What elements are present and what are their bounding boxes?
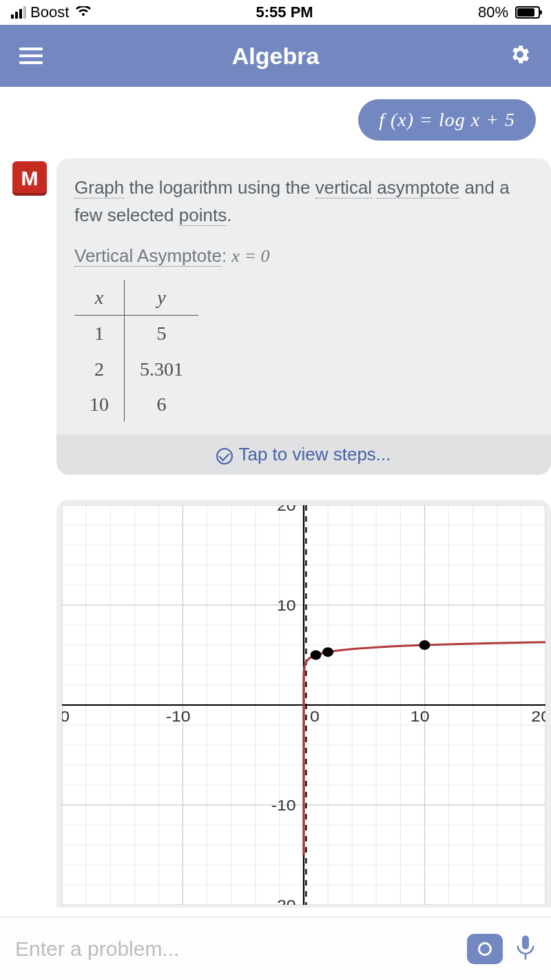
table-header-x: x [74,280,125,316]
app-logo-icon: M [12,161,47,196]
battery-percent: 80% [478,3,508,21]
check-circle-icon [216,448,233,465]
carrier-label: Boost [30,3,69,21]
signal-bars-icon [11,6,26,19]
view-steps-button[interactable]: Tap to view steps... [56,434,551,475]
page-title: Algebra [232,43,320,70]
svg-text:-20: -20 [62,708,70,725]
app-header: Algebra [0,25,551,87]
svg-text:20: 20 [277,505,296,514]
svg-text:20: 20 [531,708,545,725]
vertical-asymptote-line: Vertical Asymptote: x = 0 [74,242,533,270]
chart-card: -20-1001020-20-101020 [56,500,551,908]
answer-card: Graph the logarithm using the vertical a… [56,159,551,434]
link-vertical[interactable]: vertical [315,177,372,198]
svg-point-64 [311,651,322,660]
va-value: x = 0 [231,246,269,266]
input-bar [0,917,551,980]
svg-text:10: 10 [277,598,296,614]
mic-icon [515,933,536,962]
clock: 5:55 PM [256,3,313,21]
svg-text:10: 10 [410,708,430,725]
camera-icon [478,942,492,956]
view-steps-label: Tap to view steps... [238,444,391,465]
gear-icon [508,43,532,66]
va-label[interactable]: Vertical Asymptote [74,245,222,267]
status-bar: Boost 5:55 PM 80% [0,0,551,25]
camera-button[interactable] [467,934,503,964]
points-table: x y 1 5 2 5.301 [74,280,533,422]
table-header-y: y [125,280,199,316]
menu-button[interactable] [19,48,43,64]
svg-text:-20: -20 [271,897,296,906]
battery-icon [512,6,540,19]
wifi-icon [76,3,91,21]
function-chart[interactable]: -20-1001020-20-101020 [62,505,545,905]
table-row: 1 5 [74,316,198,351]
table-row: 10 6 [74,387,198,422]
table-row: 2 5.301 [74,351,198,387]
svg-text:-10: -10 [166,708,191,725]
link-points[interactable]: points [179,205,227,226]
svg-point-66 [419,640,430,650]
link-graph[interactable]: Graph [74,177,124,198]
svg-rect-67 [522,935,529,949]
settings-button[interactable] [508,43,532,69]
equation-text: f (x) = log x + 5 [379,109,515,130]
svg-point-65 [322,648,333,657]
user-equation-bubble[interactable]: f (x) = log x + 5 [358,99,536,141]
mic-button[interactable] [515,933,536,965]
link-asymptote[interactable]: asymptote [377,177,459,198]
problem-input[interactable] [15,937,455,961]
svg-text:-10: -10 [271,797,296,814]
answer-instruction: Graph the logarithm using the vertical a… [74,174,533,229]
svg-text:0: 0 [310,708,320,725]
